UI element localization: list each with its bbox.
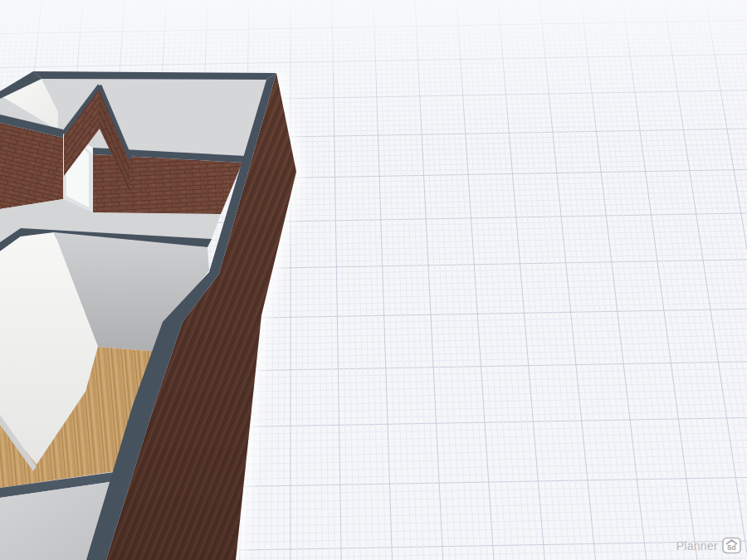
interior-brick-wall-right[interactable]: [93, 154, 242, 214]
floorplan-3d-model: [0, 0, 747, 560]
interior-brick-wall-left[interactable]: [0, 123, 63, 209]
wall-top-north: [33, 71, 276, 80]
planner-3d-canvas[interactable]: Planner 5d: [0, 0, 747, 560]
